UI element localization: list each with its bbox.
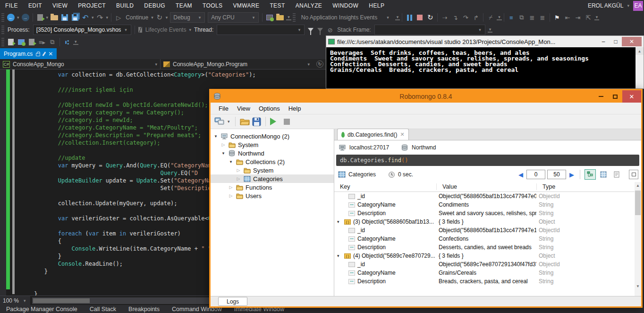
- tree-item-system[interactable]: System: [211, 140, 334, 149]
- tree-expander-icon[interactable]: [221, 142, 226, 147]
- robomongo-minimize-button[interactable]: [594, 90, 608, 103]
- column-key[interactable]: Key: [334, 183, 436, 190]
- bottom-tab-package-manager-console[interactable]: Package Manager Console: [0, 306, 84, 313]
- lifecycle-events-label[interactable]: Lifecycle Events: [144, 26, 188, 33]
- tree-item-functions[interactable]: Functions: [211, 183, 334, 191]
- result-row[interactable]: CategoryNameGrains/CerealsString: [334, 269, 641, 277]
- step-out-icon[interactable]: ↱: [472, 13, 480, 22]
- prev-bookmark-icon[interactable]: ⇤: [563, 13, 572, 22]
- console-scrollbar[interactable]: ▲: [636, 47, 644, 88]
- tree-item-users[interactable]: Users: [211, 191, 334, 200]
- attach-icon[interactable]: [265, 13, 274, 22]
- navigate-back-caret[interactable]: ▾: [16, 15, 20, 20]
- undo-icon[interactable]: ↶: [81, 13, 90, 22]
- navigate-forward-icon[interactable]: →: [21, 13, 30, 22]
- vs-menu-test[interactable]: TEST: [264, 0, 290, 11]
- account-avatar[interactable]: EA: [633, 1, 643, 11]
- continue-label[interactable]: Continue: [124, 14, 150, 21]
- robomongo-menu-file[interactable]: File: [214, 105, 233, 112]
- tree-expander-icon[interactable]: [236, 176, 241, 181]
- show-next-statement-icon[interactable]: ⇢: [441, 13, 449, 22]
- output-window-icon[interactable]: ≡: [507, 13, 516, 22]
- copy-item-icon[interactable]: ⧉: [48, 38, 57, 46]
- result-row[interactable]: CategoryNameCondimentsString: [334, 200, 641, 209]
- new-item-caret[interactable]: ▾: [45, 15, 50, 20]
- tree-item-system[interactable]: System: [211, 166, 334, 174]
- tree-expander-icon[interactable]: [213, 134, 218, 139]
- filter-flagged-icon[interactable]: [317, 28, 323, 32]
- result-row[interactable]: _idObjectId("5689c7ee8707291340f47fd3")O…: [334, 260, 641, 269]
- process-dropdown[interactable]: [3520] ConsoleApp_Mongo.vshost▾: [33, 25, 131, 35]
- scroll-up-icon[interactable]: ▲: [636, 47, 644, 55]
- run-code-analysis-icon[interactable]: [7, 38, 15, 46]
- robomongo-title-bar[interactable]: Robomongo 0.8.4 ✕: [211, 90, 641, 103]
- navbar-member-dropdown[interactable]: ConsoleApp_Mongo.Program ▾: [161, 59, 313, 70]
- connect-icon[interactable]: [214, 117, 225, 126]
- vs-menu-view[interactable]: VIEW: [47, 0, 73, 11]
- editor-zoom-dropdown[interactable]: 100 %▾: [0, 296, 30, 305]
- clear-bookmarks-icon[interactable]: ⇱: [584, 13, 593, 22]
- import-icon[interactable]: [27, 38, 36, 46]
- tab-program-cs[interactable]: Program.cs ✕: [0, 48, 57, 59]
- redo-icon[interactable]: ↷: [96, 13, 104, 22]
- tree-item-collections-2-[interactable]: Collections (2): [211, 157, 334, 166]
- save-script-icon[interactable]: [252, 117, 261, 126]
- results-scroll-thumb[interactable]: [635, 191, 641, 215]
- toolbar-grip[interactable]: [1, 13, 4, 22]
- vs-menu-window[interactable]: WINDOW: [327, 0, 364, 11]
- tree-expander-icon[interactable]: [229, 159, 233, 164]
- breakpoint-gutter[interactable]: [0, 70, 6, 296]
- result-row[interactable]: DescriptionSweet and savory sauces, reli…: [334, 209, 641, 217]
- result-row[interactable]: _idObjectId("5688605baf1b13cc477947e1")O…: [334, 226, 641, 235]
- navigate-back-icon[interactable]: ←: [7, 13, 15, 22]
- results-table-header[interactable]: Key Value Type: [334, 182, 641, 192]
- query-tab-close-icon[interactable]: ✕: [400, 131, 404, 138]
- continue-caret[interactable]: ▾: [150, 15, 154, 20]
- stop-debug-icon[interactable]: [415, 13, 424, 22]
- breakpoints-window-icon[interactable]: ⧉: [517, 13, 526, 22]
- page-skip-input[interactable]: [526, 170, 545, 179]
- debug-overflow[interactable]: ▾: [497, 15, 502, 20]
- table-mode-button[interactable]: [598, 169, 609, 180]
- next-bookmark-icon[interactable]: ⇥: [574, 13, 582, 22]
- toolbar-grip3[interactable]: [1, 26, 4, 34]
- stop-query-icon[interactable]: [284, 119, 290, 125]
- navbar-help-icon[interactable]: ↻: [316, 61, 323, 68]
- tree-item-categories[interactable]: Categories: [211, 174, 334, 183]
- console-output[interactable]: Beverages Soft drinks, coffees, teas, be…: [326, 47, 644, 88]
- restart-debug-icon[interactable]: ↻: [426, 13, 434, 22]
- stack-frame-dropdown[interactable]: ▾: [374, 25, 485, 35]
- build-toolbar-overflow[interactable]: ▾: [73, 39, 78, 45]
- results-scroll-up-icon[interactable]: ▲: [635, 182, 641, 189]
- redo-caret[interactable]: ▾: [105, 15, 110, 20]
- bottom-tab-breakpoints[interactable]: Breakpoints: [122, 306, 166, 313]
- tools-icon[interactable]: ⑆: [63, 38, 71, 46]
- insights-dropdown[interactable]: No Application Insights Events▾: [298, 12, 393, 23]
- vs-menu-project[interactable]: PROJECT: [73, 0, 111, 11]
- vs-menu-help[interactable]: HELP: [364, 0, 390, 11]
- indent-decrease-icon[interactable]: ≣: [528, 13, 536, 22]
- text-mode-button[interactable]: [611, 169, 622, 180]
- page-limit-input[interactable]: [547, 170, 566, 179]
- restart-icon[interactable]: ↻: [155, 13, 164, 22]
- run-tests-icon[interactable]: ≡▸: [38, 38, 46, 46]
- tree-expander-icon[interactable]: [229, 193, 233, 198]
- bookmark-icon[interactable]: ⚑: [553, 13, 561, 22]
- tab-close-icon[interactable]: ✕: [48, 51, 53, 57]
- query-editor[interactable]: db.Categories.find(): [336, 155, 639, 166]
- row-expander-icon[interactable]: [337, 219, 342, 224]
- tab-pin-icon[interactable]: [42, 52, 46, 56]
- robomongo-close-button[interactable]: ✕: [622, 90, 641, 103]
- restart-caret[interactable]: ▾: [165, 15, 169, 20]
- result-row[interactable]: (4) ObjectId("5689c7ee870729...{ 3 field…: [334, 252, 641, 260]
- vs-menu-edit[interactable]: EDIT: [23, 0, 47, 11]
- toolbar-grip4[interactable]: [1, 38, 4, 46]
- result-row[interactable]: (3) ObjectId("5688605baf1b13...{ 3 field…: [334, 217, 641, 226]
- save-all-icon[interactable]: [71, 13, 79, 22]
- column-type[interactable]: Type: [536, 183, 641, 190]
- result-row[interactable]: CategoryNameConfectionsString: [334, 235, 641, 243]
- save-icon[interactable]: [60, 13, 69, 22]
- pause-icon[interactable]: [405, 13, 414, 22]
- thread-dropdown[interactable]: ▾: [217, 25, 305, 35]
- lifecycle-events-icon[interactable]: [138, 27, 142, 33]
